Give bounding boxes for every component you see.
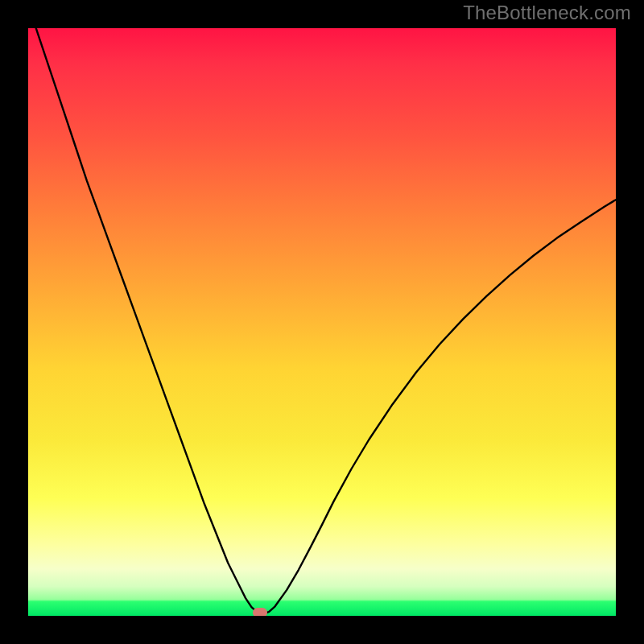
plot-area [28, 28, 616, 616]
watermark-text: TheBottleneck.com [463, 2, 631, 24]
chart-container: TheBottleneck.com [0, 0, 644, 644]
optimal-marker [253, 608, 267, 616]
bottleneck-curve [28, 28, 616, 616]
